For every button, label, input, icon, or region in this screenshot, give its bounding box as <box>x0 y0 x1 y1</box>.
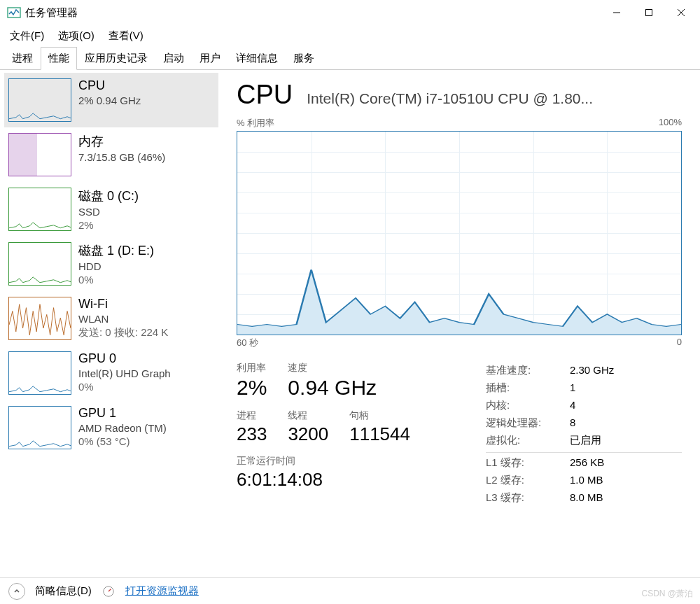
sidebar-item-sub2: 0% <box>78 381 171 393</box>
titlebar: 任务管理器 <box>0 0 700 25</box>
proc-value: 233 <box>237 423 267 445</box>
chart-label-bottom-left: 60 秒 <box>237 337 258 349</box>
sidebar[interactable]: CPU 2% 0.94 GHz 内存 7.3/15.8 GB (46%) 磁盘 … <box>0 70 218 577</box>
sidebar-item-sub2: 0% <box>78 274 154 286</box>
sidebar-item-name: Wi-Fi <box>78 297 168 311</box>
sidebar-item-2[interactable]: 磁盘 0 (C:) SSD 2% <box>4 182 218 237</box>
sidebar-item-sub2: 0% (53 °C) <box>78 435 167 447</box>
spec-l1-v: 256 KB <box>570 456 604 470</box>
tab-performance[interactable]: 性能 <box>41 47 77 70</box>
sidebar-thumb <box>8 406 71 449</box>
sidebar-item-sub: AMD Radeon (TM) <box>78 422 167 434</box>
sidebar-thumb <box>8 78 71 122</box>
minimize-button[interactable] <box>601 2 633 23</box>
utilization-chart[interactable] <box>237 131 682 335</box>
sidebar-item-sub: HDD <box>78 260 154 272</box>
uptime-value: 6:01:14:08 <box>237 469 458 491</box>
tab-processes[interactable]: 进程 <box>4 47 41 70</box>
spec-l2-v: 1.0 MB <box>570 474 603 487</box>
util-value: 2% <box>237 376 267 400</box>
maximize-button[interactable] <box>633 2 665 23</box>
spec-lproc-k: 逻辑处理器: <box>486 416 570 430</box>
threads-value: 3200 <box>288 423 328 445</box>
collapse-button[interactable] <box>8 583 25 600</box>
close-button[interactable] <box>665 2 697 23</box>
util-label: 利用率 <box>237 362 267 374</box>
menu-file[interactable]: 文件(F) <box>6 28 48 44</box>
spec-l3-v: 8.0 MB <box>570 491 603 505</box>
tab-services[interactable]: 服务 <box>286 47 322 70</box>
chart-label-top-right: 100% <box>659 117 682 129</box>
sidebar-thumb <box>8 351 71 395</box>
sidebar-item-0[interactable]: CPU 2% 0.94 GHz <box>4 73 218 127</box>
cpu-specs: 基准速度:2.30 GHz 插槽:1 内核:4 逻辑处理器:8 虚拟化:已启用 … <box>486 362 682 507</box>
speed-label: 速度 <box>288 362 377 374</box>
sidebar-item-sub: 2% 0.94 GHz <box>78 94 141 106</box>
spec-base-speed-k: 基准速度: <box>486 364 570 377</box>
sidebar-item-5[interactable]: GPU 0 Intel(R) UHD Graph 0% <box>4 346 218 400</box>
spec-lproc-v: 8 <box>570 416 575 430</box>
spec-l2-k: L2 缓存: <box>486 474 570 487</box>
sidebar-item-1[interactable]: 内存 7.3/15.8 GB (46%) <box>4 127 218 182</box>
sidebar-item-name: 内存 <box>78 133 165 150</box>
handles-label: 句柄 <box>349 409 410 422</box>
sidebar-item-3[interactable]: 磁盘 1 (D: E:) HDD 0% <box>4 237 218 291</box>
spec-virt-k: 虚拟化: <box>486 434 570 447</box>
spec-cores-k: 内核: <box>486 399 570 412</box>
sidebar-item-name: 磁盘 1 (D: E:) <box>78 242 154 259</box>
handles-value: 111544 <box>349 423 410 445</box>
proc-label: 进程 <box>237 409 267 422</box>
spec-sockets-v: 1 <box>570 381 575 395</box>
svg-rect-2 <box>646 10 652 16</box>
sidebar-item-name: CPU <box>78 78 141 93</box>
less-details-label[interactable]: 简略信息(D) <box>35 584 92 598</box>
sidebar-thumb <box>8 242 71 286</box>
chart-label-top-left: % 利用率 <box>237 117 274 129</box>
resource-monitor-icon <box>102 584 115 598</box>
sidebar-thumb <box>8 133 71 176</box>
tab-details[interactable]: 详细信息 <box>228 47 286 70</box>
speed-value: 0.94 GHz <box>288 376 377 400</box>
spec-l3-k: L3 缓存: <box>486 491 570 505</box>
spec-sockets-k: 插槽: <box>486 381 570 395</box>
window-title: 任务管理器 <box>25 6 601 20</box>
bottombar: 简略信息(D) 打开资源监视器 <box>0 577 700 604</box>
spec-cores-v: 4 <box>570 399 575 412</box>
uptime-label: 正常运行时间 <box>237 455 458 468</box>
menu-options[interactable]: 选项(O) <box>54 28 99 44</box>
tab-users[interactable]: 用户 <box>192 47 228 70</box>
sidebar-item-name: 磁盘 0 (C:) <box>78 188 139 204</box>
sidebar-item-6[interactable]: GPU 1 AMD Radeon (TM) 0% (53 °C) <box>4 400 218 455</box>
threads-label: 线程 <box>288 409 328 422</box>
sidebar-item-name: GPU 1 <box>78 406 167 421</box>
spec-base-speed-v: 2.30 GHz <box>570 364 614 377</box>
sidebar-item-sub: SSD <box>78 206 139 218</box>
tab-startup[interactable]: 启动 <box>155 47 192 70</box>
menu-view[interactable]: 查看(V) <box>104 28 148 44</box>
watermark: CSDN @萧泊 <box>641 588 693 600</box>
sidebar-item-sub: 7.3/15.8 GB (46%) <box>78 151 165 163</box>
sidebar-item-sub2: 发送: 0 接收: 224 K <box>78 326 168 339</box>
sidebar-item-4[interactable]: Wi-Fi WLAN 发送: 0 接收: 224 K <box>4 291 218 346</box>
sidebar-item-sub: Intel(R) UHD Graph <box>78 367 171 379</box>
menubar: 文件(F) 选项(O) 查看(V) <box>0 25 700 46</box>
main-panel: CPU Intel(R) Core(TM) i7-10510U CPU @ 1.… <box>218 70 700 577</box>
sidebar-thumb <box>8 188 71 231</box>
open-resource-monitor-link[interactable]: 打开资源监视器 <box>125 584 199 598</box>
spec-l1-k: L1 缓存: <box>486 456 570 470</box>
chart-label-bottom-right: 0 <box>677 337 682 349</box>
spec-virt-v: 已启用 <box>570 434 601 447</box>
task-manager-icon <box>7 6 21 20</box>
tab-app-history[interactable]: 应用历史记录 <box>77 47 155 70</box>
sidebar-thumb <box>8 297 71 340</box>
sidebar-item-sub2: 2% <box>78 219 139 231</box>
resource-title: CPU <box>237 80 293 110</box>
sidebar-item-name: GPU 0 <box>78 351 171 366</box>
sidebar-item-sub: WLAN <box>78 313 168 325</box>
svg-line-6 <box>108 589 111 591</box>
cpu-model: Intel(R) Core(TM) i7-10510U CPU @ 1.80..… <box>307 90 593 107</box>
tab-bar: 进程 性能 应用历史记录 启动 用户 详细信息 服务 <box>0 46 700 70</box>
